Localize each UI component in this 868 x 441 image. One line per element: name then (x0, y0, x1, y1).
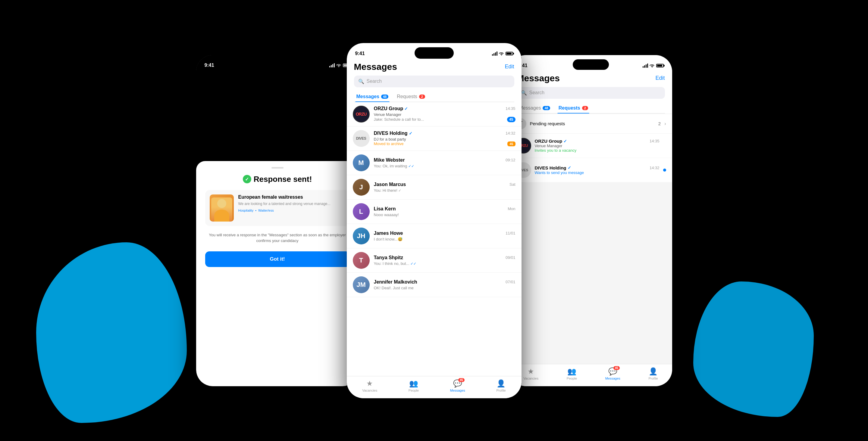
wifi-icon-center (499, 52, 504, 56)
job-title: European female waitresses (238, 195, 345, 200)
avatar-mike: M (353, 155, 370, 171)
request-item-dives[interactable]: DIVES DIVES Holding ✓ 14:32 Wants to sen… (509, 158, 672, 182)
req-name-dives: DIVES Holding ✓ (535, 165, 571, 170)
bottom-nav-right: ★ Vacancies 👥 People 💬 45 Messages (509, 364, 672, 386)
nav-messages-right[interactable]: 💬 45 Messages (605, 367, 620, 380)
status-icons-center (492, 52, 513, 56)
archived-badge-dives: 45 (507, 141, 515, 146)
time-center: 9:41 (355, 51, 365, 56)
job-tag-waiter: Waiter/ess (258, 209, 274, 212)
msg-name-jason: Jason Marcus (374, 182, 406, 187)
nav-messages-label: Messages (450, 388, 465, 392)
message-item-james[interactable]: JH James Howe 11/01 I don't know...😅 (347, 224, 522, 248)
msg-content-mike: Mike Webster 09:12 You: Ok, im waiting ✓… (374, 158, 516, 168)
nav-profile-right[interactable]: 👤 Profile (648, 367, 658, 380)
nav-vacancies-right[interactable]: ★ Vacancies (523, 367, 538, 380)
search-bar-center[interactable]: 🔍 Search (354, 75, 514, 87)
msg-content-jason: Jason Marcus Sat You: Hi there! ✓ (374, 182, 516, 193)
pending-count: 2 (658, 121, 661, 126)
edit-button-right[interactable]: Edit (655, 75, 664, 81)
msg-name-lisa: Lisa Kern (374, 206, 396, 212)
phone-right: 9:41 (509, 55, 672, 386)
msg-time-jason: Sat (509, 182, 516, 186)
msg-sub2-jason: You: Hi there! ✓ (374, 188, 516, 193)
message-item-jason[interactable]: J Jason Marcus Sat You: Hi there! ✓ (347, 175, 522, 200)
messages-icon-wrap: 💬 45 (453, 379, 462, 388)
header-row-center: Messages Edit (354, 62, 514, 72)
req-time-orzu: 14:35 (650, 139, 659, 143)
tab-messages-right[interactable]: Messages 48 (518, 103, 551, 113)
app-title-center: Messages (354, 62, 397, 72)
tab-messages-badge-right: 48 (542, 106, 550, 110)
response-note: You will receive a response in the "Mess… (205, 232, 350, 244)
msg-time-james: 11/01 (505, 231, 516, 235)
msg-name-james: James Howe (374, 231, 403, 236)
message-item-orzu[interactable]: ORZU ORZU Group ✓ 14:35 Venue Manager (347, 102, 522, 127)
nav-profile-label-right: Profile (648, 377, 658, 380)
tab-requests-center[interactable]: Requests 2 (396, 92, 426, 102)
dynamic-island-left (259, 59, 296, 70)
sheet-handle (272, 167, 283, 169)
signal-left (329, 63, 335, 67)
got-it-button[interactable]: Got it! (205, 251, 350, 267)
req-sub1-orzu: Venue Manager (535, 144, 659, 148)
response-title-text: Response sent! (254, 175, 312, 184)
msg-time-mike: 09:12 (505, 158, 516, 162)
profile-icon-right: 👤 (649, 367, 658, 376)
messages-nav-badge: 45 (458, 378, 465, 382)
search-bar-right[interactable]: 🔍 Search (517, 87, 665, 99)
avatar-jason: J (353, 179, 370, 196)
search-icon-right: 🔍 (521, 90, 527, 96)
nav-messages-center[interactable]: 💬 45 Messages (450, 379, 465, 392)
message-item-jennifer[interactable]: JM Jennifer Malkovich 07/01 OK! Deal!. J… (347, 273, 522, 297)
req-dot-orzu (663, 144, 666, 147)
msg-name-dives: DIVES Holding ✓ (374, 131, 412, 136)
nav-people-right[interactable]: 👥 People (567, 367, 577, 380)
edit-button-center[interactable]: Edit (505, 64, 514, 70)
unread-badge-orzu: 45 (507, 117, 515, 122)
response-sheet: ✓ Response sent! European female waitres… (196, 161, 359, 386)
nav-people-center[interactable]: 👥 People (408, 379, 419, 392)
dynamic-island-right (573, 59, 609, 70)
phones-wrapper: 9:41 (196, 43, 672, 398)
phone-center: 9:41 (347, 43, 522, 398)
dynamic-island-center (414, 47, 454, 59)
job-tag-hospitality: Hospitality (238, 209, 254, 212)
message-item-tanya[interactable]: T Tanya Shpitz 09/01 You: I think no, bu… (347, 248, 522, 273)
avatar-jennifer: JM (353, 276, 370, 293)
msg-content-dives: DIVES Holding ✓ 14:32 DJ for a boat part… (374, 131, 516, 146)
verified-icon-orzu: ✓ (404, 106, 408, 111)
pending-row[interactable]: T Pending requests 2 › (509, 114, 672, 134)
message-list-center: ORZU ORZU Group ✓ 14:35 Venue Manager (347, 102, 522, 376)
wifi-icon-right (650, 64, 655, 67)
pending-text: Pending requests (530, 121, 655, 126)
msg-sub1-dives: DJ for a boat party (374, 137, 516, 141)
nav-vacancies-label-right: Vacancies (523, 377, 538, 380)
msg-sub2-dives: Moved to archive (374, 141, 404, 146)
tab-requests-right[interactable]: Requests 2 (557, 103, 589, 113)
msg-header-jennifer: Jennifer Malkovich 07/01 (374, 279, 516, 285)
msg-content-jennifer: Jennifer Malkovich 07/01 OK! Deal!. Just… (374, 279, 516, 290)
avatar-orzu: ORZU (353, 106, 370, 123)
req-time-dives: 14:32 (650, 166, 659, 170)
msg-header-lisa: Lisa Kern Mon (374, 206, 516, 212)
msg-header-dives: DIVES Holding ✓ 14:32 (374, 131, 516, 136)
tab-requests-badge: 2 (419, 95, 425, 99)
battery-right (656, 64, 664, 67)
job-tags: Hospitality • Waiter/ess (238, 209, 345, 212)
message-item-dives[interactable]: DIVES DIVES Holding ✓ 14:32 DJ for a boa… (347, 127, 522, 151)
job-info: European female waitresses We are lookin… (238, 195, 345, 222)
right-screen: 9:41 (509, 55, 672, 386)
msg-sub2-orzu: Jake: Schedule a call for to... (374, 117, 424, 122)
message-item-mike[interactable]: M Mike Webster 09:12 You: Ok, im waiting… (347, 151, 522, 175)
nav-profile-center[interactable]: 👤 Profile (496, 379, 505, 392)
msg-header-tanya: Tanya Shpitz 09/01 (374, 255, 516, 260)
bottom-nav-center: ★ Vacancies 👥 People 💬 45 Messages (347, 376, 522, 398)
nav-vacancies-center[interactable]: ★ Vacancies (362, 379, 377, 392)
request-item-orzu[interactable]: ORZU ORZU Group ✓ 14:35 Venue Manager In… (509, 134, 672, 158)
tab-requests-badge-right: 2 (582, 106, 588, 110)
job-description: We are looking for a talented and strong… (238, 201, 345, 206)
message-item-lisa[interactable]: L Lisa Kern Mon Nooo waaaay! (347, 200, 522, 224)
tab-messages-label-right: Messages (519, 105, 541, 111)
tab-messages-center[interactable]: Messages 48 (355, 92, 390, 102)
